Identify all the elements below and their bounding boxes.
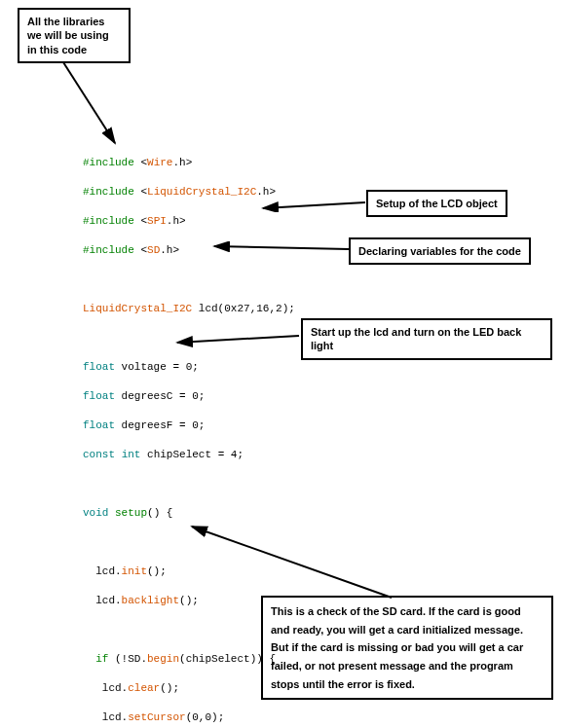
svg-line-0 — [63, 62, 115, 143]
code-line-degreesc: float degreesC = 0; — [83, 389, 365, 404]
code-line-clear1: lcd.clear(); — [83, 681, 365, 696]
code-line-include-spi: #include <SPI.h> — [83, 214, 365, 229]
code-line-lcd-init: lcd.init(); — [83, 564, 365, 579]
code-line-lcd-object: LiquidCrystal_I2C lcd(0x27,16,2); — [83, 302, 365, 316]
code-line-setup: void setup() { — [83, 506, 365, 521]
code-block: #include <Wire.h> #include <LiquidCrysta… — [83, 141, 365, 728]
code-line-include-lcd: #include <LiquidCrystal_I2C.h> — [83, 185, 365, 200]
callout-lcd-setup: Setup of the LCD object — [366, 190, 507, 217]
code-line-if: if (!SD.begin(chipSelect)) { — [83, 652, 365, 667]
code-line-lcd-backlight: lcd.backlight(); — [83, 594, 365, 608]
code-line-include-sd: #include <SD.h> — [83, 243, 365, 258]
callout-variables: Declaring variables for the code — [349, 237, 531, 265]
code-line-degreesf: float degreesF = 0; — [83, 419, 365, 433]
code-line-voltage: float voltage = 0; — [83, 360, 365, 375]
code-line-chipselect: const int chipSelect = 4; — [83, 448, 365, 462]
code-line-include-wire: #include <Wire.h> — [83, 156, 365, 170]
code-line-cursor1: lcd.setCursor(0,0); — [83, 710, 365, 725]
callout-libraries: All the libraries we will be using in th… — [18, 8, 131, 63]
arrow-libraries — [58, 60, 127, 152]
